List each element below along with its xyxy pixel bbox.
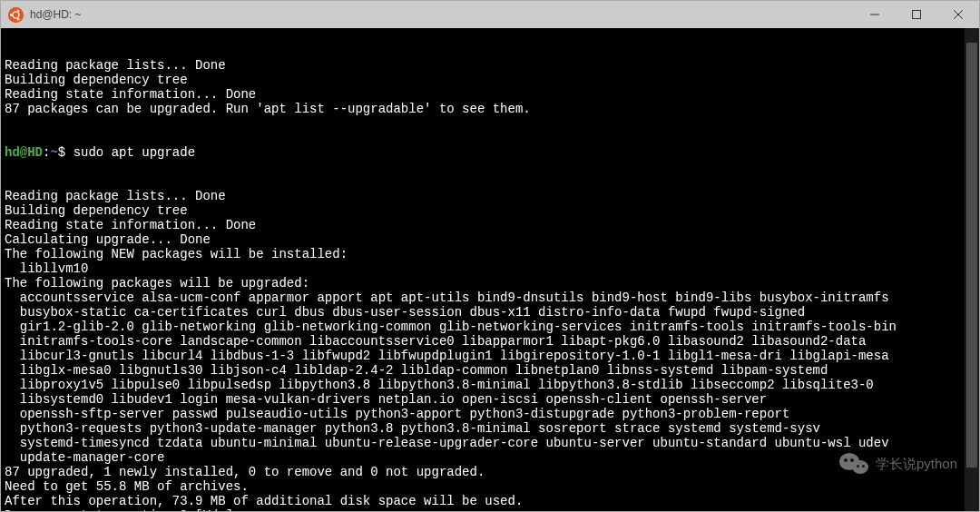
terminal-line: libllvm10 xyxy=(5,261,977,276)
terminal-line: Do you want to continue? [Y/n] y xyxy=(5,508,977,511)
terminal-line: libglx-mesa0 libgnutls30 libjson-c4 libl… xyxy=(5,363,977,378)
terminal-line: 87 upgraded, 1 newly installed, 0 to rem… xyxy=(5,465,977,479)
terminal-line: libproxy1v5 libpulse0 libpulsedsp libpyt… xyxy=(5,378,977,392)
svg-point-3 xyxy=(17,9,20,12)
prompt-symbol: $ xyxy=(58,145,74,160)
terminal-line: libsystemd0 libudev1 login mesa-vulkan-d… xyxy=(5,392,977,407)
terminal-line: busybox-static ca-certificates curl dbus… xyxy=(5,305,977,320)
scrollbar-thumb[interactable] xyxy=(966,43,977,468)
terminal-line: openssh-sftp-server passwd pulseaudio-ut… xyxy=(5,407,977,421)
scrollbar-vertical[interactable] xyxy=(965,28,979,511)
maximize-button[interactable] xyxy=(896,1,937,28)
terminal-line: Reading state information... Done xyxy=(5,87,977,102)
terminal-line: Reading package lists... Done xyxy=(5,58,977,73)
terminal-line: python3-requests python3-update-manager … xyxy=(5,421,977,436)
terminal-line: accountsservice alsa-ucm-conf apparmor a… xyxy=(5,290,977,305)
prompt-path: ~ xyxy=(50,145,57,160)
terminal-line: Building dependency tree xyxy=(5,203,977,218)
terminal-line: Calculating upgrade... Done xyxy=(5,232,977,247)
terminal-body[interactable]: Reading package lists... DoneBuilding de… xyxy=(1,28,979,511)
terminal-window: hd@HD: ~ Reading package lists... DoneBu… xyxy=(0,0,980,512)
titlebar[interactable]: hd@HD: ~ xyxy=(1,1,979,28)
terminal-line: Need to get 55.8 MB of archives. xyxy=(5,479,977,494)
terminal-line: Building dependency tree xyxy=(5,73,977,87)
minimize-button[interactable] xyxy=(854,1,896,28)
terminal-line: systemd-timesyncd tzdata ubuntu-minimal … xyxy=(5,436,977,450)
typed-command: sudo apt upgrade xyxy=(74,145,195,160)
svg-point-4 xyxy=(17,17,20,20)
terminal-line: libcurl3-gnutls libcurl4 libdbus-1-3 lib… xyxy=(5,349,977,363)
window-title: hd@HD: ~ xyxy=(30,8,82,21)
terminal-line: initramfs-tools-core landscape-common li… xyxy=(5,334,977,349)
terminal-line: Reading state information... Done xyxy=(5,218,977,232)
svg-rect-9 xyxy=(913,11,921,19)
terminal-line: After this operation, 73.9 MB of additio… xyxy=(5,494,977,508)
terminal-output-post: Reading package lists... DoneBuilding de… xyxy=(5,189,977,511)
terminal-line: gir1.2-glib-2.0 glib-networking glib-net… xyxy=(5,320,977,334)
terminal-line: The following NEW packages will be insta… xyxy=(5,247,977,261)
prompt-line: hd@HD:~$ sudo apt upgrade xyxy=(5,145,977,160)
svg-point-2 xyxy=(10,13,13,15)
close-button[interactable] xyxy=(937,1,979,28)
terminal-line: Reading package lists... Done xyxy=(5,189,977,203)
window-controls xyxy=(854,1,979,28)
terminal-output-pre: Reading package lists... DoneBuilding de… xyxy=(5,58,977,116)
terminal-line: 87 packages can be upgraded. Run 'apt li… xyxy=(5,102,977,116)
terminal-line: update-manager-core xyxy=(5,450,977,465)
ubuntu-icon xyxy=(8,7,24,23)
terminal-line: The following packages will be upgraded: xyxy=(5,276,977,290)
prompt-user-host: hd@HD xyxy=(5,145,43,160)
